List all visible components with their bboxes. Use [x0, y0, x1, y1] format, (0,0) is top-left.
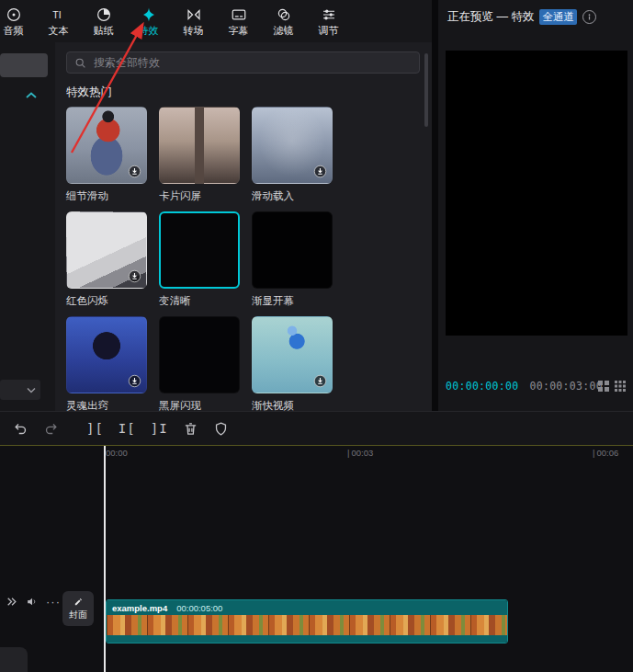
clip-audio-bar: [107, 635, 507, 643]
search-input[interactable]: [92, 55, 412, 70]
tool-audio[interactable]: 音频: [0, 0, 36, 42]
effect-thumbnail: [252, 107, 333, 184]
effect-thumbnail: [66, 211, 147, 289]
split-icon[interactable]: ][: [86, 421, 104, 436]
current-time: 00:00:00:00: [446, 380, 518, 393]
effect-card-2[interactable]: 卡片闪屏: [159, 107, 240, 211]
effect-label: 灵魂出窍: [66, 399, 147, 411]
tool-transition[interactable]: 转场: [171, 0, 216, 42]
sticker-icon: [96, 6, 112, 23]
left-rail: [0, 42, 55, 411]
effect-thumbnail: [159, 107, 240, 184]
corner-box: [0, 647, 28, 672]
tool-text[interactable]: TI文本: [36, 0, 81, 42]
rail-dropdown[interactable]: [0, 380, 40, 400]
effect-label: 渐快视频: [252, 399, 333, 411]
effects-icon: [141, 6, 157, 23]
tool-filter[interactable]: 滤镜: [261, 0, 306, 42]
cover-label: 封面: [69, 609, 87, 621]
tool-effects[interactable]: 特效: [126, 0, 171, 42]
tool-label: 特效: [139, 26, 159, 36]
mask-icon[interactable]: [213, 421, 229, 437]
preview-title: 正在预览 — 特效: [447, 9, 534, 25]
transition-icon: [186, 6, 202, 23]
download-icon: [313, 374, 327, 388]
preview-layout-icons: [598, 381, 626, 392]
effect-label: 滑动载入: [252, 189, 333, 202]
tool-captions[interactable]: 字幕: [216, 0, 261, 42]
search-box[interactable]: [66, 51, 420, 74]
playhead[interactable]: [104, 446, 106, 672]
tool-adjust[interactable]: 调节: [306, 0, 351, 42]
effect-label: 黑屏闪现: [159, 399, 240, 411]
clip-header: example.mp4 00:00:05:00: [107, 600, 507, 615]
chevron-up-icon: [25, 91, 38, 100]
ruler-tick: |: [347, 448, 349, 458]
channel-badge[interactable]: 全通道: [539, 9, 577, 25]
trim-left-icon[interactable]: I[: [119, 421, 136, 436]
video-clip[interactable]: example.mp4 00:00:05:00: [106, 599, 508, 644]
effect-card-3[interactable]: 滑动载入: [252, 107, 333, 211]
effect-label: 变清晰: [159, 294, 240, 307]
more-icon[interactable]: ···: [46, 596, 61, 608]
effect-card-5[interactable]: 变清晰: [159, 211, 240, 316]
tool-sticker[interactable]: 贴纸: [81, 0, 126, 42]
effect-label: 红色闪烁: [66, 294, 147, 307]
effect-thumbnail: [66, 107, 147, 184]
topbar-tools: 音频TI文本贴纸特效转场字幕滤镜调节: [0, 0, 351, 42]
effect-card-4[interactable]: 红色闪烁: [66, 211, 147, 316]
effects-grid: 细节滑动卡片闪屏滑动载入红色闪烁变清晰渐显开幕灵魂出窍黑屏闪现渐快视频: [66, 107, 333, 411]
pencil-icon: [73, 597, 84, 607]
clip-filmstrip: [107, 615, 507, 635]
rail-category-pill[interactable]: [0, 53, 48, 77]
cover-button[interactable]: 封面: [62, 591, 94, 626]
info-icon[interactable]: [582, 10, 596, 24]
collapse-tracks-icon[interactable]: [6, 596, 17, 608]
effect-card-8[interactable]: 黑屏闪现: [159, 316, 240, 411]
edit-toolbar: ][I[]I: [0, 411, 633, 446]
ruler-label: 00:03: [351, 448, 373, 458]
effect-card-7[interactable]: 灵魂出窍: [66, 316, 147, 411]
ruler-mark: 00:00: [106, 448, 128, 458]
effect-thumbnail: [66, 316, 147, 393]
speaker-icon[interactable]: [26, 596, 38, 608]
tool-label: 贴纸: [94, 26, 114, 36]
collapse-panel-button[interactable]: [18, 87, 44, 104]
download-icon: [128, 269, 141, 283]
effect-thumbnail: [159, 211, 240, 289]
effect-card-6[interactable]: 渐显开幕: [252, 211, 333, 316]
track-controls: ···: [6, 596, 61, 608]
ruler-mark: |00:06: [593, 448, 618, 458]
delete-icon[interactable]: [183, 421, 198, 437]
video-preview: [446, 51, 627, 336]
tool-label: 转场: [184, 26, 204, 36]
clip-duration: 00:00:05:00: [176, 603, 222, 613]
filter-icon: [276, 6, 292, 23]
effects-panel: 特效热门 细节滑动卡片闪屏滑动载入红色闪烁变清晰渐显开幕灵魂出窍黑屏闪现渐快视频: [55, 42, 432, 411]
effect-label: 卡片闪屏: [159, 189, 240, 202]
timeline: 00:00|00:03|00:06 ··· 封面 example.mp4 00:…: [0, 446, 633, 672]
effect-label: 细节滑动: [66, 189, 147, 202]
grid-large-icon[interactable]: [615, 381, 626, 392]
ruler-mark: |00:03: [347, 448, 373, 458]
trim-right-icon[interactable]: ]I: [151, 421, 168, 436]
grid-small-icon[interactable]: [598, 381, 609, 392]
redo-icon[interactable]: [43, 421, 59, 437]
undo-icon[interactable]: [13, 421, 28, 437]
download-icon: [128, 165, 141, 178]
effect-card-1[interactable]: 细节滑动: [66, 107, 147, 211]
section-title: 特效热门: [66, 85, 112, 100]
preview-header: 正在预览 — 特效 全通道: [447, 9, 596, 25]
scrollbar-thumb[interactable]: [424, 53, 428, 127]
audio-icon: [6, 6, 22, 23]
download-icon: [313, 165, 327, 178]
clip-name: example.mp4: [112, 603, 167, 613]
tool-label: 字幕: [229, 26, 249, 36]
tool-label: 音频: [4, 26, 24, 36]
ruler-label: 00:06: [596, 448, 618, 458]
effect-card-9[interactable]: 渐快视频: [252, 316, 333, 411]
effect-label: 渐显开幕: [252, 294, 333, 307]
tool-label: 滤镜: [274, 26, 294, 36]
timeline-ruler[interactable]: 00:00|00:03|00:06: [0, 446, 633, 461]
tool-label: 调节: [319, 26, 339, 36]
